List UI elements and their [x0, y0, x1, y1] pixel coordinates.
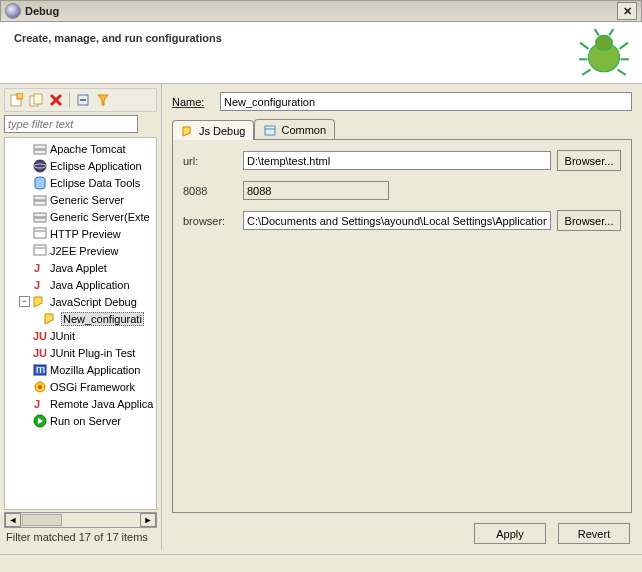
tab-common-label: Common [281, 124, 326, 136]
svg-rect-13 [34, 94, 42, 104]
eclipse-icon [32, 158, 48, 174]
svg-rect-25 [34, 213, 46, 217]
right-panel: Name: Js Debug Common url: Browser... 80… [162, 84, 642, 550]
duplicate-button[interactable] [27, 91, 45, 109]
tree-item-label: Eclipse Application [50, 160, 142, 172]
svg-text:J: J [34, 398, 40, 410]
close-button[interactable]: ✕ [617, 2, 637, 20]
config-tree[interactable]: Apache TomcatEclipse ApplicationEclipse … [4, 137, 157, 510]
svg-text:m: m [36, 363, 45, 375]
tree-item[interactable]: JJava Applet [5, 259, 156, 276]
tree-item[interactable]: −JavaScript Debug [5, 293, 156, 310]
expander-icon[interactable]: − [19, 296, 30, 307]
tree-item-label: Generic Server(Exte [50, 211, 150, 223]
svg-text:J: J [34, 279, 40, 291]
tree-item-label: JavaScript Debug [50, 296, 137, 308]
svg-text:J: J [34, 262, 40, 274]
svg-text:JU: JU [33, 330, 47, 342]
title-bar: Debug ✕ [0, 0, 642, 22]
tab-jsdebug[interactable]: Js Debug [172, 120, 254, 140]
tree-item[interactable]: mMozilla Application [5, 361, 156, 378]
scroll-left-button[interactable]: ◄ [5, 513, 21, 527]
java-icon: J [32, 260, 48, 276]
svg-line-2 [580, 43, 588, 49]
filter-status: Filter matched 17 of 17 items [4, 528, 157, 546]
mozilla-icon: m [32, 362, 48, 378]
tree-item[interactable]: JRemote Java Applica [5, 395, 156, 412]
common-icon [263, 123, 277, 137]
svg-rect-24 [34, 201, 46, 205]
apply-button[interactable]: Apply [474, 523, 546, 544]
run-icon [32, 413, 48, 429]
browser-label: browser: [183, 215, 237, 227]
new-config-button[interactable] [7, 91, 25, 109]
tree-item-label: OSGi Framework [50, 381, 135, 393]
tree-item-label: JUnit Plug-in Test [50, 347, 135, 359]
java-icon: J [32, 277, 48, 293]
dialog-separator [0, 554, 642, 555]
svg-rect-26 [34, 218, 46, 222]
tree-item-label: Eclipse Data Tools [50, 177, 140, 189]
window-title: Debug [25, 5, 59, 17]
server-icon [32, 192, 48, 208]
filter-input[interactable] [4, 115, 138, 133]
tree-item-label: Mozilla Application [50, 364, 141, 376]
svg-text:JU: JU [33, 347, 47, 359]
js-icon [32, 294, 48, 310]
svg-rect-19 [34, 150, 46, 154]
tree-item-label: Java Applet [50, 262, 107, 274]
svg-rect-11 [17, 93, 23, 99]
tree-item-label: Apache Tomcat [50, 143, 126, 155]
url-input[interactable] [243, 151, 551, 170]
tree-item[interactable]: JUJUnit Plug-in Test [5, 344, 156, 361]
svg-rect-41 [265, 126, 275, 135]
js-icon [43, 311, 59, 327]
tree-child-item[interactable]: New_configurati [5, 310, 156, 327]
tree-item-label: Generic Server [50, 194, 124, 206]
tree-item[interactable]: Apache Tomcat [5, 140, 156, 157]
browser-input[interactable] [243, 211, 551, 230]
svg-line-3 [620, 43, 628, 49]
tree-item[interactable]: OSGi Framework [5, 378, 156, 395]
tree-item[interactable]: Run on Server [5, 412, 156, 429]
svg-line-7 [618, 70, 626, 75]
browser-browse-button[interactable]: Browser... [557, 210, 621, 231]
tree-item-label: HTTP Preview [50, 228, 121, 240]
tree-item-label: JUnit [50, 330, 75, 342]
revert-button[interactable]: Revert [558, 523, 630, 544]
server-icon [32, 209, 48, 225]
horizontal-scrollbar[interactable]: ◄ ► [4, 512, 157, 528]
tree-item[interactable]: J2EE Preview [5, 242, 156, 259]
tree-item[interactable]: Generic Server(Exte [5, 208, 156, 225]
tree-item-label: J2EE Preview [50, 245, 118, 257]
svg-line-6 [582, 70, 590, 75]
tree-item[interactable]: HTTP Preview [5, 225, 156, 242]
delete-button[interactable] [47, 91, 65, 109]
tab-jsdebug-label: Js Debug [199, 125, 245, 137]
tree-item[interactable]: Eclipse Application [5, 157, 156, 174]
preview-icon [32, 243, 48, 259]
url-browse-button[interactable]: Browser... [557, 150, 621, 171]
tree-item[interactable]: JJava Application [5, 276, 156, 293]
js-icon [181, 124, 195, 138]
name-label: Name: [172, 96, 220, 108]
tree-item[interactable]: Eclipse Data Tools [5, 174, 156, 191]
osgi-icon [32, 379, 48, 395]
svg-rect-29 [34, 245, 46, 255]
name-input[interactable] [220, 92, 632, 111]
java-icon: J [32, 396, 48, 412]
collapse-all-button[interactable] [74, 91, 92, 109]
svg-rect-23 [34, 196, 46, 200]
preview-icon [32, 226, 48, 242]
url-label: url: [183, 155, 237, 167]
tab-common[interactable]: Common [254, 119, 335, 139]
tree-item[interactable]: Generic Server [5, 191, 156, 208]
tree-item-label: Remote Java Applica [50, 398, 153, 410]
svg-point-1 [596, 35, 613, 50]
tab-row: Js Debug Common [172, 119, 632, 140]
tree-item[interactable]: JUJUnit [5, 327, 156, 344]
tree-item-label: Java Application [50, 279, 130, 291]
filter-menu-button[interactable] [94, 91, 112, 109]
scroll-right-button[interactable]: ► [140, 513, 156, 527]
scroll-thumb[interactable] [22, 514, 62, 526]
